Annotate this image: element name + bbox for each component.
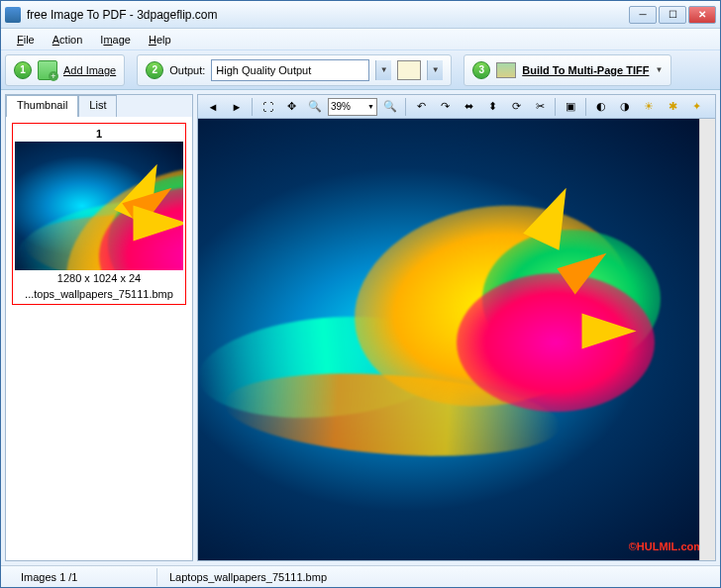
- crop-icon: ✂: [536, 100, 545, 113]
- color-swatch[interactable]: [397, 60, 421, 80]
- window-title: free Image To PDF - 3dpageflip.com: [27, 8, 629, 22]
- watermark: ©HULMIL.com: [629, 540, 703, 552]
- nav-prev-button[interactable]: ◄: [202, 97, 224, 117]
- dim-icon: ◑: [620, 100, 630, 113]
- menu-bar: File Action Image Help: [1, 29, 720, 50]
- build-button[interactable]: Build To Multi-Page TIFF: [522, 64, 649, 76]
- view-toolbar: ◄ ► ⛶ ✥ 🔍 39%▼ 🔍 ↶ ↷ ⬌ ⬍ ⟳ ✂ ▣ ◐ ◑: [198, 95, 715, 119]
- chevron-down-icon: ▼: [432, 65, 440, 74]
- toolbar-group-add: 1 Add Image: [5, 54, 125, 86]
- crop-button[interactable]: ✂: [529, 97, 551, 117]
- sidebar-tabs: Thumbnail List: [6, 95, 192, 117]
- fit-button[interactable]: ⛶: [257, 97, 278, 117]
- build-icon: [496, 62, 516, 78]
- output-quality-dropdown[interactable]: ▼: [375, 60, 391, 80]
- brightness-up-button[interactable]: ☀: [638, 97, 660, 117]
- toolbar-group-output: 2 Output: High Quality Output ▼ ▼: [137, 54, 452, 86]
- sidebar: Thumbnail List 1 1280 x 1024 x 24 ...top…: [5, 94, 193, 561]
- chevron-down-icon[interactable]: ▼: [655, 65, 663, 74]
- zoom-out-button[interactable]: 🔍: [304, 97, 326, 117]
- add-image-icon: [38, 60, 57, 80]
- status-filename: Laptops_wallpapers_75111.bmp: [157, 568, 712, 586]
- add-image-button[interactable]: Add Image: [63, 64, 116, 76]
- hue-button[interactable]: ✦: [685, 97, 707, 117]
- app-icon: [5, 7, 21, 23]
- zoom-combo[interactable]: 39%▼: [328, 98, 377, 116]
- sparkle-icon: ✦: [692, 100, 701, 113]
- contrast-icon: ◐: [596, 100, 606, 113]
- expand-icon: ✥: [287, 100, 296, 113]
- color-dropdown[interactable]: ▼: [427, 60, 443, 80]
- flip-v-icon: ⬍: [488, 100, 497, 113]
- main-panel: ◄ ► ⛶ ✥ 🔍 39%▼ 🔍 ↶ ↷ ⬌ ⬍ ⟳ ✂ ▣ ◐ ◑: [197, 94, 716, 561]
- status-bar: Images 1 /1 Laptops_wallpapers_75111.bmp: [1, 565, 720, 587]
- toolbar-group-build: 3 Build To Multi-Page TIFF ▼: [464, 54, 671, 86]
- refresh-button[interactable]: ⟳: [505, 97, 527, 117]
- brightness-down-button[interactable]: ◑: [614, 97, 636, 117]
- vertical-scrollbar[interactable]: [699, 119, 715, 560]
- step-2-badge: 2: [146, 61, 163, 79]
- maximize-button[interactable]: ☐: [659, 6, 686, 24]
- contrast-button[interactable]: ◐: [590, 97, 612, 117]
- star-icon: ✱: [669, 100, 677, 113]
- status-image-count: Images 1 /1: [9, 568, 157, 586]
- close-button[interactable]: ✕: [688, 6, 716, 24]
- menu-help[interactable]: Help: [141, 32, 179, 48]
- flip-v-button[interactable]: ⬍: [481, 97, 503, 117]
- thumbnail-number: 1: [15, 126, 183, 142]
- menu-image[interactable]: Image: [92, 32, 139, 48]
- effects-icon: ▣: [566, 100, 575, 113]
- preview-image: ©HULMIL.com: [198, 119, 715, 560]
- sun-icon: ☀: [644, 100, 654, 113]
- chevron-down-icon: ▼: [380, 65, 388, 74]
- thumbnail-image: [15, 142, 183, 270]
- rotate-right-button[interactable]: ↷: [434, 97, 456, 117]
- actual-size-button[interactable]: ✥: [280, 97, 302, 117]
- window-controls: ─ ☐ ✕: [629, 6, 716, 24]
- nav-next-button[interactable]: ►: [226, 97, 248, 117]
- thumbnail-list: 1 1280 x 1024 x 24 ...tops_wallpapers_75…: [6, 117, 192, 560]
- main-toolbar: 1 Add Image 2 Output: High Quality Outpu…: [1, 50, 720, 90]
- zoom-out-icon: 🔍: [308, 100, 322, 113]
- minimize-button[interactable]: ─: [629, 6, 657, 24]
- effects-button[interactable]: ▣: [560, 97, 581, 117]
- output-label: Output:: [169, 64, 205, 76]
- output-quality-combo[interactable]: High Quality Output: [211, 59, 369, 81]
- zoom-in-button[interactable]: 🔍: [379, 97, 401, 117]
- thumbnail-dimensions: 1280 x 1024 x 24: [15, 270, 183, 286]
- saturation-button[interactable]: ✱: [662, 97, 683, 117]
- tab-list[interactable]: List: [78, 95, 117, 117]
- step-3-badge: 3: [472, 61, 490, 79]
- zoom-in-icon: 🔍: [383, 100, 397, 113]
- thumbnail-filename: ...tops_wallpapers_75111.bmp: [15, 286, 183, 302]
- title-bar: free Image To PDF - 3dpageflip.com ─ ☐ ✕: [1, 1, 720, 29]
- thumbnail-item[interactable]: 1 1280 x 1024 x 24 ...tops_wallpapers_75…: [12, 123, 186, 305]
- fit-icon: ⛶: [262, 101, 273, 113]
- menu-action[interactable]: Action: [45, 32, 91, 48]
- image-preview[interactable]: ©HULMIL.com: [198, 119, 715, 560]
- menu-file[interactable]: File: [9, 32, 43, 48]
- rotate-right-icon: ↷: [441, 100, 450, 113]
- rotate-left-icon: ↶: [417, 100, 426, 113]
- refresh-icon: ⟳: [512, 100, 521, 113]
- step-1-badge: 1: [14, 61, 32, 79]
- content-area: Thumbnail List 1 1280 x 1024 x 24 ...top…: [1, 90, 720, 565]
- rotate-left-button[interactable]: ↶: [410, 97, 432, 117]
- tab-thumbnail[interactable]: Thumbnail: [6, 95, 78, 117]
- flip-h-icon: ⬌: [464, 100, 473, 113]
- flip-h-button[interactable]: ⬌: [458, 97, 479, 117]
- app-window: free Image To PDF - 3dpageflip.com ─ ☐ ✕…: [0, 0, 721, 588]
